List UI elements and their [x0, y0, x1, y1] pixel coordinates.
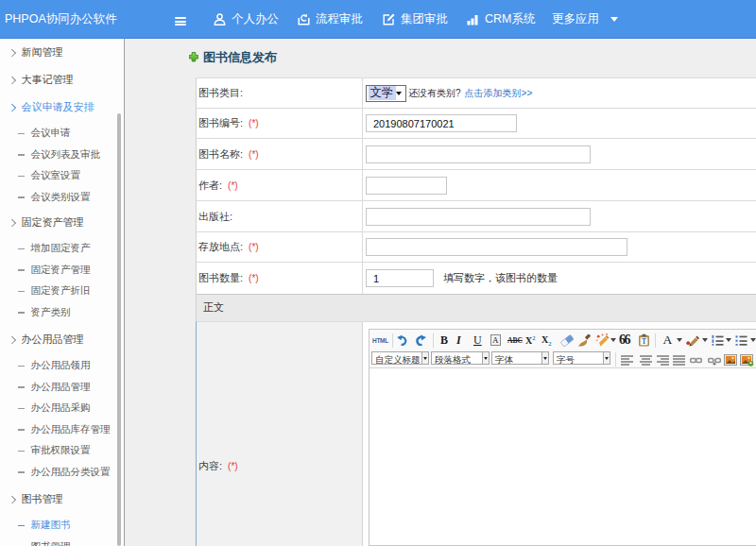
svg-text:T: T	[642, 337, 646, 346]
